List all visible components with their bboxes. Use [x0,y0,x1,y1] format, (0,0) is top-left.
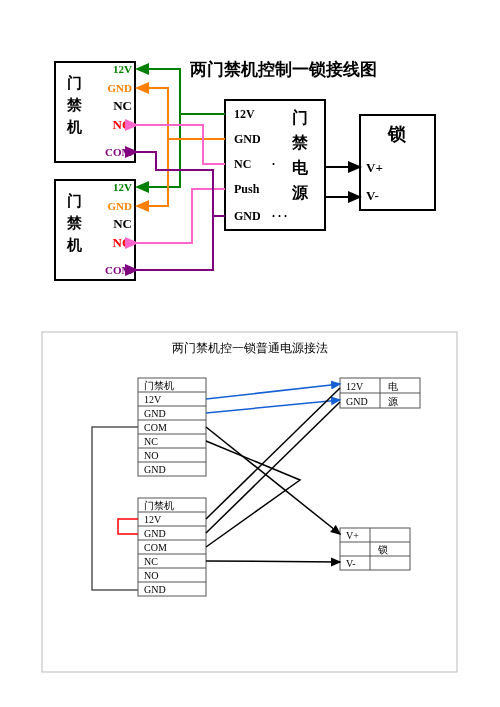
page: 两门禁机控制一锁接线图 门 禁 机 12V GND NC NO COM 门 禁 … [0,0,500,707]
svg-text:NC: NC [144,556,158,567]
diagram-2: 两门禁机控一锁普通电源接法 门禁机 12V GND COM NC NO GND [42,332,457,672]
d2-reader-1: 门禁机 12V GND COM NC NO GND [138,378,206,476]
r2-pin-no: NO [113,235,133,250]
svg-text:禁: 禁 [291,134,309,151]
svg-text:NO: NO [144,450,158,461]
svg-text:门: 门 [292,108,308,126]
svg-text:GND: GND [144,584,166,595]
r2-pin-com: COM [105,264,133,276]
svg-text:门禁机: 门禁机 [144,500,174,511]
svg-text:12V: 12V [144,394,162,405]
reader1-label-c2: 禁 [66,97,83,113]
reader1-label-c1: 门 [67,74,82,91]
svg-text:COM: COM [144,542,167,553]
reader2-label-c2: 禁 [66,215,83,231]
d2-wires [92,384,340,590]
reader-1: 门 禁 机 12V GND NC NO COM [55,62,135,162]
d2-reader-2: 门禁机 12V GND COM NC NO GND [138,498,206,596]
svg-text:V-: V- [346,558,356,569]
psu: 门 禁 电 源 12V GND NC · Push GND · · · [225,100,325,230]
r1-pin-com: COM [105,146,133,158]
svg-text:GND: GND [144,528,166,539]
svg-text:门禁机: 门禁机 [144,380,174,391]
reader1-label-c3: 机 [66,119,82,135]
psu-pin-gnd2: GND [234,209,261,223]
reader2-label-c3: 机 [66,237,82,253]
diagram2-title: 两门禁机控一锁普通电源接法 [172,341,328,355]
psu-pin-12v: 12V [234,107,255,121]
svg-text:GND: GND [144,408,166,419]
diagram1-title: 两门禁机控制一锁接线图 [189,60,377,79]
svg-text:NO: NO [144,570,158,581]
svg-text:NC: NC [144,436,158,447]
d2-lock: V+ 锁 V- [340,528,410,570]
svg-text:· · ·: · · · [272,209,287,223]
lock-box: 锁 V+ V- [360,115,435,210]
r1-pin-12v: 12V [113,63,132,75]
r2-pin-gnd: GND [108,200,133,212]
lock-vplus: V+ [366,160,383,175]
r2-pin-12v: 12V [113,181,132,193]
svg-text:12V: 12V [346,381,364,392]
svg-text:源: 源 [388,396,398,407]
reader-2: 门 禁 机 12V GND NC NO COM [55,180,135,280]
lock-vminus: V- [366,188,379,203]
diagram-1: 两门禁机控制一锁接线图 门 禁 机 12V GND NC NO COM 门 禁 … [55,60,435,280]
r1-pin-no: NO [113,117,133,132]
psu-pin-nc: NC [234,157,251,171]
svg-text:锁: 锁 [377,544,388,555]
psu-pin-push: Push [234,182,260,196]
r1-pin-nc: NC [113,98,132,113]
r2-pin-nc: NC [113,216,132,231]
svg-text:源: 源 [291,184,309,201]
svg-text:·: · [272,157,275,171]
lock-label: 锁 [387,124,406,144]
svg-text:COM: COM [144,422,167,433]
d2-psu: 12V GND 电 源 [340,378,420,408]
wiring-diagrams: 两门禁机控制一锁接线图 门 禁 机 12V GND NC NO COM 门 禁 … [0,0,500,707]
svg-text:电: 电 [388,381,398,392]
psu-pin-gnd1: GND [234,132,261,146]
r1-pin-gnd: GND [108,82,133,94]
svg-text:V+: V+ [346,530,359,541]
svg-text:GND: GND [144,464,166,475]
svg-text:12V: 12V [144,514,162,525]
reader2-label-c1: 门 [67,192,82,209]
svg-text:电: 电 [292,159,309,176]
svg-text:GND: GND [346,396,368,407]
